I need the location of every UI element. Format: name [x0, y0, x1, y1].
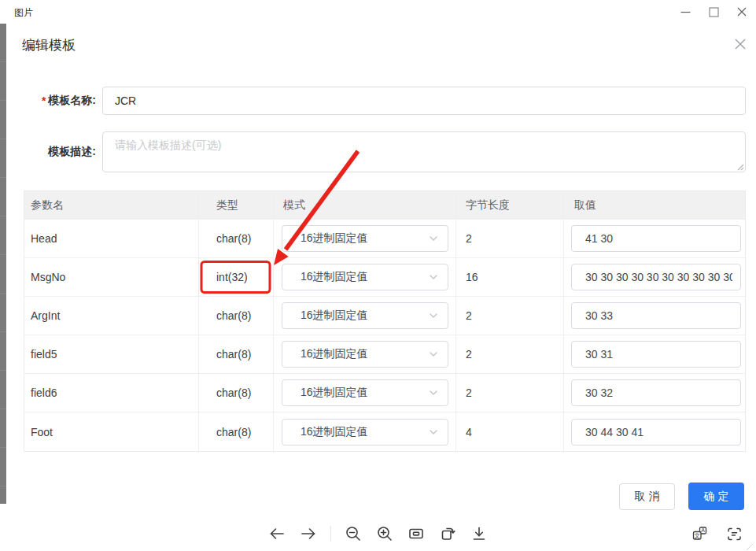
value-cell: [564, 412, 745, 451]
param-mode-cell: 16进制固定值: [274, 258, 456, 297]
table-row: field5 char(8) 16进制固定值 2: [24, 335, 745, 374]
param-type-cell: int(32): [199, 258, 274, 297]
value-cell: [564, 335, 745, 374]
viewer-toolbar: [267, 524, 489, 543]
param-mode-cell: 16进制固定值: [274, 297, 456, 335]
template-name-input[interactable]: [102, 87, 746, 115]
chevron-down-icon: [429, 272, 438, 282]
param-type-cell: char(8): [199, 335, 274, 374]
param-type-cell: char(8): [199, 374, 274, 412]
parameters-table: 参数名 类型 模式 字节长度 取值 Head char(8) 16进制固定值 2…: [24, 190, 746, 452]
param-name-cell: Foot: [24, 412, 199, 451]
chevron-down-icon: [429, 234, 438, 243]
value-input[interactable]: [571, 225, 741, 252]
close-icon[interactable]: [728, 0, 756, 24]
param-type-cell: char(8): [199, 220, 274, 258]
value-input[interactable]: [571, 341, 741, 368]
mode-select[interactable]: 16进制固定值: [282, 341, 448, 368]
param-mode-cell: 16进制固定值: [274, 412, 456, 451]
value-cell: [564, 258, 745, 297]
param-name-cell: field6: [24, 374, 199, 412]
param-mode-cell: 16进制固定值: [274, 374, 456, 412]
value-input[interactable]: [571, 302, 741, 329]
mode-select[interactable]: 16进制固定值: [282, 379, 448, 406]
byte-length-cell: 2: [456, 374, 564, 412]
col-header-param-name: 参数名: [24, 191, 199, 220]
download-icon[interactable]: [470, 524, 489, 543]
chevron-down-icon: [429, 427, 438, 437]
byte-length-cell: 4: [456, 412, 564, 451]
mode-select-value: 16进制固定值: [301, 347, 368, 361]
svg-text:A: A: [701, 527, 705, 533]
col-header-value: 取值: [564, 191, 745, 220]
table-row: Foot char(8) 16进制固定值 4: [24, 412, 745, 451]
window-titlebar: 图片: [0, 0, 756, 24]
mode-select[interactable]: 16进制固定值: [282, 302, 448, 329]
translate-icon[interactable]: A文: [690, 524, 709, 543]
value-input[interactable]: [571, 379, 741, 406]
zoom-in-icon[interactable]: [375, 524, 394, 543]
table-row: field6 char(8) 16进制固定值 2: [24, 374, 745, 412]
window-resize-grip[interactable]: [744, 542, 754, 551]
actual-size-icon[interactable]: [407, 524, 426, 543]
template-name-label-text: 模板名称:: [48, 94, 96, 108]
col-header-mode: 模式: [274, 191, 456, 220]
back-icon[interactable]: [267, 524, 286, 543]
table-row: ArgInt char(8) 16进制固定值 2: [24, 297, 745, 335]
template-desc-label-text: 模板描述:: [48, 145, 96, 159]
byte-length-cell: 2: [456, 335, 564, 374]
window-controls: [671, 0, 756, 24]
viewer-toolbar-right: A文: [690, 524, 743, 543]
template-desc-label: 模板描述:: [24, 131, 96, 172]
required-mark: *: [42, 94, 46, 107]
value-input[interactable]: [571, 419, 741, 446]
minimize-icon[interactable]: [671, 0, 699, 24]
mode-select-value: 16进制固定值: [301, 309, 368, 323]
mode-select-value: 16进制固定值: [301, 386, 368, 400]
chevron-down-icon: [429, 349, 438, 359]
svg-text:文: 文: [694, 531, 700, 538]
param-name-cell: field5: [24, 335, 199, 374]
image-viewer-window: 图片 编辑模板 * 模板名称: 模板描述: 参数名: [0, 0, 756, 551]
param-type-cell: char(8): [199, 412, 274, 451]
param-name-cell: MsgNo: [24, 258, 199, 297]
window-title: 图片: [14, 6, 33, 20]
maximize-icon[interactable]: [699, 0, 728, 24]
template-name-label: * 模板名称:: [24, 87, 96, 115]
mode-select[interactable]: 16进制固定值: [282, 264, 448, 290]
value-input[interactable]: [571, 264, 741, 290]
rotate-icon[interactable]: [438, 524, 457, 543]
cancel-button[interactable]: 取 消: [619, 483, 675, 510]
param-mode-cell: 16进制固定值: [274, 220, 456, 258]
mode-select[interactable]: 16进制固定值: [282, 419, 448, 446]
forward-icon[interactable]: [299, 524, 318, 543]
dialog-close-icon[interactable]: [733, 37, 747, 51]
extract-text-icon[interactable]: [725, 524, 743, 543]
table-header-row: 参数名 类型 模式 字节长度 取值: [24, 191, 745, 220]
confirm-button[interactable]: 确 定: [688, 483, 744, 510]
col-header-byte-length: 字节长度: [456, 191, 564, 220]
param-name-cell: ArgInt: [24, 297, 199, 335]
param-type-cell: char(8): [199, 297, 274, 335]
zoom-out-icon[interactable]: [344, 524, 363, 543]
byte-length-cell: 16: [456, 258, 564, 297]
table-body: Head char(8) 16进制固定值 2 MsgNo int(32) 16进…: [24, 220, 745, 451]
value-cell: [564, 220, 745, 258]
table-row: MsgNo int(32) 16进制固定值 16: [24, 258, 745, 297]
mode-select-value: 16进制固定值: [301, 231, 368, 246]
chevron-down-icon: [429, 388, 438, 398]
chevron-down-icon: [429, 311, 438, 320]
image-edge-strip: [0, 24, 6, 504]
mode-select-value: 16进制固定值: [301, 425, 368, 439]
value-cell: [564, 297, 745, 335]
table-row: Head char(8) 16进制固定值 2: [24, 220, 745, 258]
mode-select[interactable]: 16进制固定值: [282, 225, 448, 252]
col-header-type: 类型: [199, 191, 274, 220]
toolbar-divider: [330, 526, 331, 542]
byte-length-cell: 2: [456, 297, 564, 335]
byte-length-cell: 2: [456, 220, 564, 258]
template-desc-textarea[interactable]: [102, 131, 746, 172]
param-mode-cell: 16进制固定值: [274, 335, 456, 374]
mode-select-value: 16进制固定值: [301, 270, 368, 284]
value-cell: [564, 374, 745, 412]
